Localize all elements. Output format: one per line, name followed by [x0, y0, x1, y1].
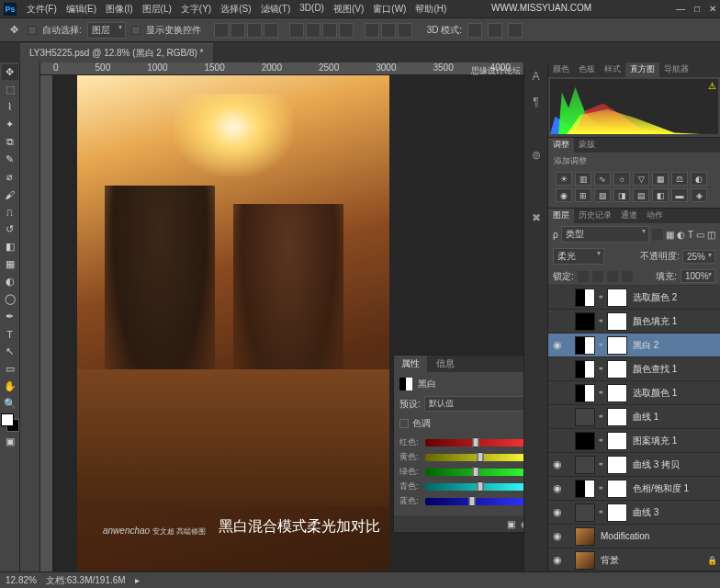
- filter-icon[interactable]: [652, 229, 663, 240]
- align-icon[interactable]: [247, 23, 262, 38]
- lock-all-icon[interactable]: [622, 271, 633, 282]
- layer-name[interactable]: 颜色查找 1: [633, 363, 677, 376]
- tab-导航器[interactable]: 导航器: [659, 62, 693, 77]
- layer-mask[interactable]: [607, 360, 627, 379]
- tab-动作[interactable]: 动作: [642, 209, 668, 223]
- visibility-toggle[interactable]: ◉: [551, 339, 564, 351]
- shape-tool[interactable]: ▭: [2, 361, 18, 377]
- tab-properties[interactable]: 属性: [394, 356, 427, 372]
- layer-name[interactable]: 图案填充 1: [633, 435, 677, 447]
- menu-item[interactable]: 滤镜(T): [256, 3, 296, 16]
- threshold-icon[interactable]: ◧: [652, 188, 669, 202]
- menu-item[interactable]: 图层(L): [138, 3, 176, 16]
- visibility-toggle[interactable]: ◉: [551, 530, 564, 542]
- brush-panel-icon[interactable]: ✖: [528, 209, 545, 226]
- kind-filter[interactable]: 类型: [561, 226, 649, 243]
- menu-item[interactable]: 图像(I): [101, 3, 137, 16]
- posterize-icon[interactable]: ▤: [633, 188, 649, 202]
- clip-icon[interactable]: ▣: [507, 519, 515, 529]
- bw-icon[interactable]: ◐: [691, 172, 707, 186]
- zoom-level[interactable]: 12.82%: [6, 575, 37, 585]
- auto-select-check[interactable]: [28, 26, 37, 35]
- visibility-toggle[interactable]: ◉: [551, 458, 564, 470]
- tint-check[interactable]: [399, 419, 409, 428]
- marquee-tool[interactable]: ⬚: [2, 82, 18, 97]
- menu-item[interactable]: 编辑(E): [62, 3, 101, 16]
- levels-icon[interactable]: ▥: [575, 172, 591, 186]
- slider-track[interactable]: [425, 454, 523, 461]
- stamp-tool[interactable]: ⎍: [2, 204, 18, 220]
- menu-item[interactable]: 视图(V): [329, 3, 368, 16]
- layer-mask[interactable]: [607, 336, 627, 355]
- visibility-toggle[interactable]: ◉: [551, 482, 564, 494]
- layer-name[interactable]: 选取颜色 1: [633, 387, 677, 400]
- layer-thumb[interactable]: [575, 456, 595, 474]
- hand-tool[interactable]: ✋: [2, 379, 18, 394]
- tab-色板[interactable]: 色板: [574, 62, 600, 77]
- layer-thumb[interactable]: [575, 527, 595, 546]
- gradient-tool[interactable]: ▦: [2, 256, 18, 272]
- layer-thumb[interactable]: [575, 288, 595, 307]
- heal-tool[interactable]: ⌀: [2, 169, 18, 185]
- align-icon[interactable]: [365, 23, 379, 38]
- warning-icon[interactable]: ⚠: [708, 81, 716, 91]
- paragraph-icon[interactable]: ¶: [528, 94, 545, 110]
- layer-thumb[interactable]: [575, 384, 595, 402]
- brush-tool[interactable]: 🖌: [2, 187, 18, 202]
- layer-name[interactable]: 选取颜色 2: [633, 291, 677, 304]
- lasso-tool[interactable]: ⌇: [2, 99, 18, 115]
- layer-name[interactable]: 曲线 3 拷贝: [633, 458, 680, 471]
- distribute-icon[interactable]: [306, 23, 321, 38]
- vibrance-icon[interactable]: ▽: [633, 172, 649, 186]
- slider-track[interactable]: [425, 498, 523, 505]
- crop-tool[interactable]: ⧉: [2, 134, 18, 150]
- layer-thumb[interactable]: [575, 551, 595, 570]
- path-tool[interactable]: ↖: [2, 344, 18, 359]
- visibility-toggle[interactable]: ◉: [551, 506, 564, 518]
- layer-row[interactable]: ⚭颜色查找 1: [548, 357, 720, 381]
- layer-name[interactable]: 背景: [601, 554, 619, 567]
- layer-mask[interactable]: [607, 384, 627, 402]
- align-icon[interactable]: [231, 23, 245, 38]
- wand-tool[interactable]: ✦: [2, 117, 18, 132]
- selective-icon[interactable]: ◈: [691, 188, 707, 202]
- eyedropper-tool[interactable]: ✎: [2, 152, 18, 167]
- tab-通道[interactable]: 通道: [616, 209, 642, 223]
- layer-mask[interactable]: [607, 288, 627, 307]
- distribute-icon[interactable]: [289, 23, 304, 38]
- maximize-button[interactable]: □: [694, 4, 700, 14]
- tab-图层[interactable]: 图层: [548, 209, 574, 223]
- type-tool[interactable]: T: [2, 326, 18, 342]
- blur-tool[interactable]: ◐: [2, 274, 18, 289]
- curves-icon[interactable]: ∿: [594, 172, 611, 186]
- history-brush[interactable]: ↺: [2, 221, 18, 237]
- visibility-toggle[interactable]: ◉: [551, 554, 564, 566]
- layer-name[interactable]: 颜色填充 1: [633, 315, 677, 328]
- hue-icon[interactable]: ▦: [652, 172, 669, 186]
- menu-item[interactable]: 选择(S): [216, 3, 255, 16]
- minimize-button[interactable]: —: [676, 4, 685, 14]
- move-tool[interactable]: ✥: [2, 64, 18, 80]
- layer-row[interactable]: ⚭曲线 1: [548, 405, 720, 429]
- align-icon[interactable]: [381, 23, 396, 38]
- align-icon[interactable]: [264, 23, 278, 38]
- pen-tool[interactable]: ✒: [2, 309, 18, 324]
- tab-info[interactable]: 信息: [429, 356, 462, 372]
- layer-name[interactable]: 曲线 1: [633, 411, 658, 424]
- slider-track[interactable]: [425, 483, 523, 491]
- file-tab[interactable]: LY3H5225.psd @ 12.8% (黑白 2, RGB/8) *: [20, 43, 213, 62]
- slider-track[interactable]: [425, 469, 523, 476]
- menu-item[interactable]: 3D(D): [295, 3, 329, 16]
- menu-item[interactable]: 文字(Y): [176, 3, 216, 16]
- menu-item[interactable]: 窗口(W): [368, 3, 411, 16]
- layer-mask[interactable]: [607, 432, 627, 450]
- lookup-icon[interactable]: ▧: [594, 188, 611, 202]
- layer-row[interactable]: ◉⚭曲线 3 拷贝: [548, 453, 720, 477]
- lock-pixels-icon[interactable]: [592, 271, 603, 282]
- tab-颜色[interactable]: 颜色: [548, 62, 574, 77]
- tab-adjustments[interactable]: 调整: [548, 138, 574, 153]
- layer-row[interactable]: ◉Modification: [548, 525, 720, 548]
- layer-thumb[interactable]: [575, 480, 595, 498]
- layer-row[interactable]: ◉背景🔒: [548, 548, 720, 570]
- menu-item[interactable]: 帮助(H): [411, 3, 451, 16]
